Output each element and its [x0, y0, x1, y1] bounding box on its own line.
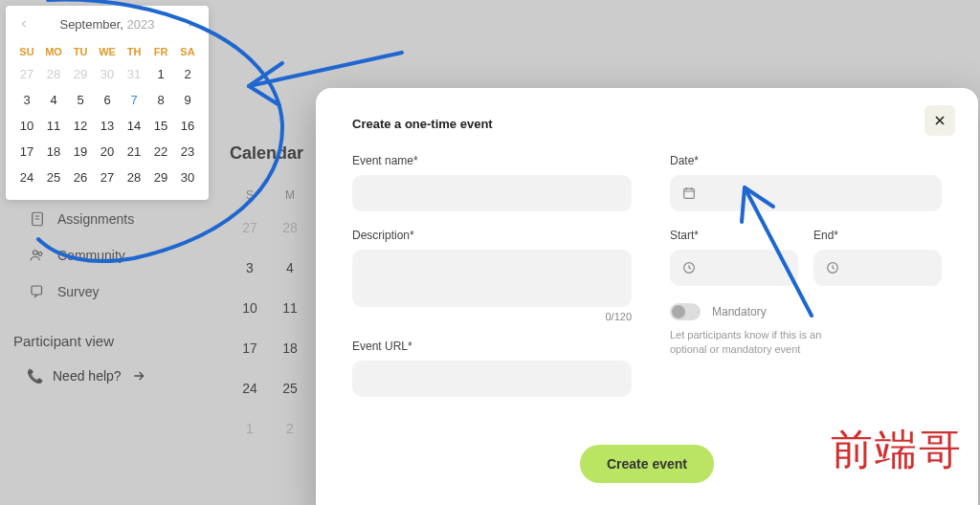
dp-day[interactable]: 26 [67, 165, 94, 190]
dp-day[interactable]: 21 [121, 139, 147, 165]
dp-day[interactable]: 30 [94, 61, 121, 87]
dp-day[interactable]: 19 [67, 139, 94, 165]
clock-icon [681, 260, 697, 275]
dp-day[interactable]: 22 [147, 139, 174, 165]
description-input[interactable] [352, 250, 632, 307]
dp-day[interactable]: 2 [174, 61, 201, 87]
dp-day[interactable]: 4 [40, 87, 67, 113]
dp-day[interactable]: 7 [121, 87, 147, 113]
dp-dow: MO [40, 42, 67, 61]
dp-day[interactable]: 15 [147, 113, 174, 139]
dp-day[interactable]: 3 [13, 87, 40, 113]
dp-day[interactable]: 18 [40, 139, 67, 165]
dp-day[interactable]: 17 [13, 139, 40, 165]
calendar-icon [681, 186, 697, 201]
description-label: Description* [352, 229, 632, 242]
mandatory-help-text: Let participants know if this is an opti… [670, 328, 823, 358]
event-name-label: Event name* [352, 154, 632, 167]
dp-day[interactable]: 29 [147, 165, 174, 190]
dp-day[interactable]: 5 [67, 87, 94, 113]
date-label: Date* [670, 154, 942, 167]
dp-day[interactable]: 28 [40, 61, 67, 87]
dp-day[interactable]: 16 [174, 113, 201, 139]
event-name-input[interactable] [352, 175, 632, 211]
end-label: End* [813, 229, 942, 242]
dp-day[interactable]: 27 [13, 61, 40, 87]
dp-dow: TU [67, 42, 94, 61]
dp-dow: WE [94, 42, 121, 61]
mandatory-label: Mandatory [712, 305, 767, 318]
dp-day[interactable]: 1 [147, 61, 174, 87]
next-month-button[interactable] [182, 15, 199, 33]
modal-title: Create a one-time event [352, 117, 942, 131]
clock-icon [825, 260, 840, 275]
svg-rect-4 [684, 188, 695, 198]
dp-month: September, [59, 17, 123, 32]
dp-day[interactable]: 27 [94, 165, 121, 190]
dp-day[interactable]: 30 [174, 165, 201, 190]
dp-day[interactable]: 8 [147, 87, 174, 113]
mandatory-toggle[interactable] [670, 303, 701, 320]
dp-day[interactable]: 23 [174, 139, 201, 165]
watermark-text: 前端哥 [831, 422, 963, 478]
dp-day[interactable]: 24 [13, 165, 40, 190]
end-time-input[interactable] [813, 250, 942, 286]
date-picker: September, 2023 SUMOTUWETHFRSA2728293031… [6, 6, 209, 200]
event-url-input[interactable] [352, 361, 632, 397]
date-input[interactable] [670, 175, 942, 211]
dp-day[interactable]: 25 [40, 165, 67, 190]
create-event-button[interactable]: Create event [580, 445, 714, 483]
dp-day[interactable]: 9 [174, 87, 201, 113]
dp-day[interactable]: 13 [94, 113, 121, 139]
dp-day[interactable]: 12 [67, 113, 94, 139]
dp-day[interactable]: 28 [121, 165, 147, 190]
dp-day[interactable]: 14 [121, 113, 147, 139]
dp-dow: TH [121, 42, 147, 61]
date-picker-grid: SUMOTUWETHFRSA27282930311234567891011121… [13, 42, 201, 190]
start-time-input[interactable] [670, 250, 798, 286]
close-button[interactable] [924, 105, 955, 136]
date-picker-title: September, 2023 [59, 17, 154, 32]
dp-dow: FR [147, 42, 174, 61]
dp-day[interactable]: 20 [94, 139, 121, 165]
dp-day[interactable]: 11 [40, 113, 67, 139]
dp-dow: SU [13, 42, 40, 61]
prev-month-button[interactable] [15, 15, 33, 33]
dp-dow: SA [174, 42, 201, 61]
event-url-label: Event URL* [352, 340, 632, 353]
dp-day[interactable]: 10 [13, 113, 40, 139]
dp-year: 2023 [127, 17, 155, 32]
dp-day[interactable]: 6 [94, 87, 121, 113]
char-count: 0/120 [352, 311, 632, 322]
dp-day[interactable]: 29 [67, 61, 94, 87]
start-label: Start* [670, 229, 798, 242]
dp-day[interactable]: 31 [121, 61, 147, 87]
